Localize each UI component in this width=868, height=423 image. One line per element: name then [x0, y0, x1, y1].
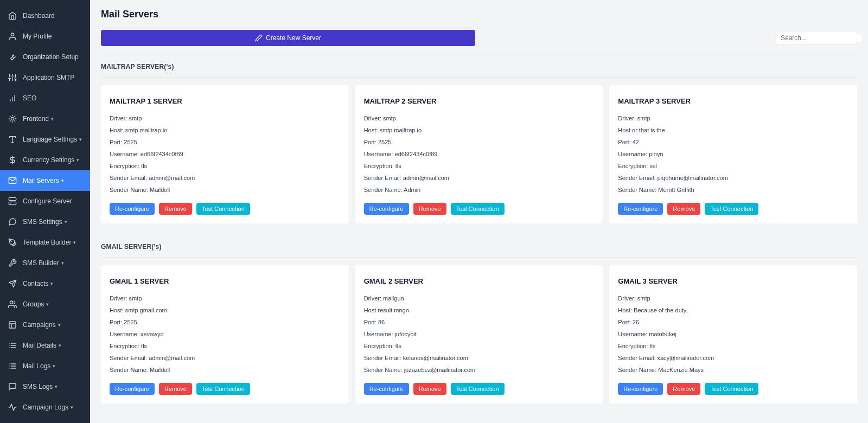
remove-button[interactable]: Remove [667, 383, 700, 395]
sidebar-item-label: Campaigns [23, 321, 56, 329]
reconfigure-button[interactable]: Re-configure [110, 383, 155, 395]
sidebar-item-label: Application SMTP [23, 74, 74, 81]
server-icon [8, 196, 17, 206]
search-box[interactable] [776, 31, 857, 45]
sidebar-item-campaign-logs[interactable]: Campaign Logs▾ [0, 397, 90, 418]
sidebar-item-organization-setup[interactable]: Organization Setup [0, 47, 90, 67]
chevron-down-icon: ▾ [50, 281, 53, 286]
section-heading: MAILTRAP SERVER('s) [101, 57, 174, 77]
chevron-down-icon: ▾ [58, 322, 61, 328]
test-connection-button[interactable]: Test Connection [196, 383, 250, 395]
layout-icon [8, 320, 17, 330]
test-connection-button[interactable]: Test Connection [196, 203, 250, 215]
user-icon [8, 31, 17, 41]
server-title: MAILTRAP 1 SERVER [110, 97, 340, 105]
sidebar-item-configure-server[interactable]: Configure Server [0, 191, 90, 211]
server-port: Port: 86 [364, 319, 595, 325]
sidebar-item-label: SEO [23, 94, 36, 102]
sidebar-item-my-profile[interactable]: My Profile [0, 26, 90, 47]
remove-button[interactable]: Remove [667, 203, 700, 215]
server-username: Username: xevawyd [110, 331, 340, 337]
test-connection-button[interactable]: Test Connection [451, 383, 505, 395]
remove-button[interactable]: Remove [413, 383, 446, 395]
server-title: GMAIL 3 SERVER [618, 277, 848, 285]
server-username: Username: jufocybit [364, 331, 595, 337]
bar-chart-icon [8, 93, 17, 103]
server-card: MAILTRAP 2 SERVERDriver: smtpHost: smtp.… [355, 85, 603, 223]
server-host: Host: smtp.mailtrap.io [110, 127, 340, 133]
server-title: GMAIL 2 SERVER [364, 277, 595, 285]
type-icon [8, 134, 17, 144]
remove-button[interactable]: Remove [159, 203, 192, 215]
pen-tool-icon [8, 238, 17, 247]
sidebar-item-sms-settings[interactable]: SMS Settings▾ [0, 211, 90, 232]
server-title: MAILTRAP 2 SERVER [364, 97, 595, 105]
server-encryption: Encryption: tls [110, 343, 340, 349]
wrench-icon [8, 52, 17, 62]
sidebar-item-sms-builder[interactable]: SMS Builder▾ [0, 253, 90, 273]
sidebar-item-contacts[interactable]: Contacts▾ [0, 273, 90, 294]
test-connection-button[interactable]: Test Connection [705, 203, 758, 215]
server-card: GMAIL 2 SERVERDriver: mailgunHost result… [355, 265, 603, 403]
reconfigure-button[interactable]: Re-configure [110, 203, 155, 215]
sidebar-item-seo[interactable]: SEO [0, 88, 90, 108]
sidebar-item-label: Configure Server [23, 197, 72, 205]
reconfigure-button[interactable]: Re-configure [618, 203, 663, 215]
sidebar-item-label: Dashboard [23, 12, 55, 20]
server-sender-email: Sender Email: xacy@mailinator.com [618, 355, 848, 361]
activity-icon [8, 402, 17, 412]
sidebar-item-subscription-plans[interactable]: Subscription Plans▾ [0, 418, 90, 423]
message-square-icon [8, 382, 17, 392]
remove-button[interactable]: Remove [159, 383, 192, 395]
server-driver: Driver: smtp [364, 115, 595, 121]
sidebar-item-sms-logs[interactable]: SMS Logs▾ [0, 376, 90, 397]
server-sender-email: Sender Email: kelanos@mailinator.com [364, 355, 595, 361]
sidebar-item-template-builder[interactable]: Template Builder▾ [0, 232, 90, 253]
sidebar-item-label: Language Settings [23, 136, 77, 143]
remove-button[interactable]: Remove [413, 203, 446, 215]
sparkle-icon [8, 114, 17, 124]
server-port: Port: 26 [618, 319, 848, 325]
reconfigure-button[interactable]: Re-configure [364, 383, 409, 395]
list-icon [8, 361, 17, 371]
sidebar-item-campaigns[interactable]: Campaigns▾ [0, 315, 90, 335]
sidebar: DashboardMy ProfileOrganization SetupApp… [0, 0, 90, 423]
server-sender-name: Sender Name: jozazebez@mailinator.com [364, 367, 595, 373]
sidebar-item-label: SMS Builder [23, 259, 59, 267]
sidebar-item-dashboard[interactable]: Dashboard [0, 5, 90, 26]
reconfigure-button[interactable]: Re-configure [364, 203, 409, 215]
sidebar-item-application-smtp[interactable]: Application SMTP [0, 67, 90, 88]
sidebar-item-mail-servers[interactable]: Mail Servers▾ [0, 170, 90, 191]
send-icon [8, 279, 17, 289]
server-sender-email: Sender Email: admin@mail.com [110, 175, 340, 181]
chevron-down-icon: ▾ [71, 405, 73, 410]
search-input[interactable] [781, 34, 862, 42]
server-card: GMAIL 3 SERVERDriver: smtpHost: Because … [609, 265, 857, 403]
sidebar-item-currency-settings[interactable]: Currency Settings▾ [0, 150, 90, 170]
test-connection-button[interactable]: Test Connection [451, 203, 505, 215]
server-sender-email: Sender Email: piqohume@mailinator.com [618, 175, 848, 181]
server-sender-name: Sender Name: Admin [364, 187, 595, 193]
sidebar-item-label: Mail Servers [23, 177, 59, 184]
server-sender-name: Sender Name: Maildoll [110, 367, 340, 373]
tool-icon [8, 258, 17, 268]
test-connection-button[interactable]: Test Connection [705, 383, 758, 395]
edit-icon [255, 34, 263, 42]
server-title: GMAIL 1 SERVER [110, 277, 340, 285]
chevron-down-icon: ▾ [55, 384, 58, 389]
server-encryption: Encryption: tls [110, 163, 340, 169]
sidebar-item-mail-details[interactable]: Mail Details▾ [0, 335, 90, 356]
create-server-button[interactable]: Create New Server [101, 30, 475, 46]
users-icon [8, 299, 17, 309]
chevron-down-icon: ▾ [65, 219, 67, 225]
server-username: Username: matobukej [618, 331, 848, 337]
sidebar-item-language-settings[interactable]: Language Settings▾ [0, 129, 90, 150]
sidebar-item-label: My Profile [23, 33, 52, 40]
server-driver: Driver: mailgun [364, 295, 595, 302]
sidebar-item-mail-logs[interactable]: Mail Logs▾ [0, 356, 90, 376]
server-sender-email: Sender Email: admin@mail.com [110, 355, 340, 361]
sidebar-item-groups[interactable]: Groups▾ [0, 294, 90, 315]
reconfigure-button[interactable]: Re-configure [618, 383, 663, 395]
chevron-down-icon: ▾ [51, 116, 54, 121]
sidebar-item-frontend[interactable]: Frontend▾ [0, 108, 90, 129]
